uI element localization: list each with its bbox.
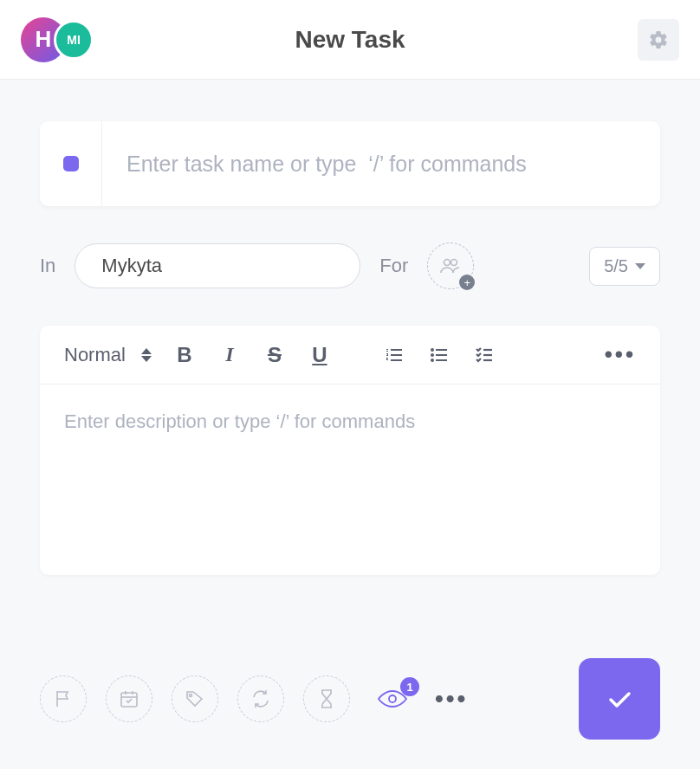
user-avatar[interactable]: MI — [54, 20, 94, 60]
description-editor: Normal B I S U ••• Enter description or … — [40, 326, 660, 575]
svg-point-16 — [389, 695, 396, 702]
tag-icon — [185, 688, 205, 709]
svg-rect-11 — [121, 693, 137, 707]
header: H MI New Task — [0, 0, 700, 80]
editor-toolbar: Normal B I S U ••• — [40, 326, 660, 384]
time-estimate-button[interactable] — [303, 675, 350, 722]
gear-icon — [648, 29, 669, 50]
in-label: In — [40, 255, 55, 277]
italic-button[interactable]: I — [217, 343, 242, 366]
calendar-icon — [119, 688, 139, 709]
description-input[interactable]: Enter description or type ‘/’ for comman… — [40, 384, 660, 575]
svg-point-4 — [431, 359, 434, 362]
ordered-list-button[interactable] — [384, 345, 408, 365]
svg-point-3 — [431, 353, 434, 357]
page-title: New Task — [295, 26, 405, 54]
svg-rect-6 — [436, 354, 447, 356]
bold-button[interactable]: B — [172, 343, 197, 367]
ordered-list-icon — [384, 345, 405, 365]
bottom-action-bar: 1 ••• — [40, 658, 660, 740]
check-icon — [602, 682, 637, 716]
sort-arrows-icon — [141, 348, 152, 362]
recurring-button[interactable] — [237, 675, 284, 722]
toolbar-more-button[interactable]: ••• — [605, 341, 636, 368]
bullet-list-button[interactable] — [429, 345, 453, 365]
plus-icon: + — [459, 275, 475, 290]
watchers-count-badge: 1 — [400, 677, 419, 696]
status-selector[interactable] — [40, 121, 102, 206]
caret-down-icon — [635, 263, 645, 269]
meta-row: In Mykyta For + 5/5 — [40, 242, 660, 289]
svg-rect-5 — [436, 349, 447, 351]
svg-point-0 — [444, 260, 450, 266]
content-area: In Mykyta For + 5/5 Normal B I S U — [0, 80, 700, 575]
svg-point-2 — [431, 348, 434, 352]
checklist-icon — [474, 345, 495, 365]
tags-button[interactable] — [172, 675, 218, 722]
task-name-card — [40, 121, 660, 206]
for-label: For — [379, 255, 408, 277]
settings-button[interactable] — [638, 19, 679, 61]
svg-rect-7 — [436, 359, 447, 361]
svg-point-1 — [451, 260, 457, 266]
underline-button[interactable]: U — [308, 343, 332, 367]
assignee-add-button[interactable]: + — [427, 242, 474, 289]
create-task-button[interactable] — [579, 658, 660, 740]
assignee-avatars: H MI — [21, 17, 94, 62]
more-actions-button[interactable]: ••• — [435, 685, 468, 713]
strike-button[interactable]: S — [262, 343, 287, 367]
priority-select[interactable]: 5/5 — [589, 247, 660, 286]
flag-icon — [53, 688, 74, 709]
priority-flag-button[interactable] — [40, 675, 87, 722]
due-date-button[interactable] — [106, 675, 152, 722]
list-select[interactable]: Mykyta — [75, 243, 360, 288]
task-name-input[interactable] — [102, 121, 660, 206]
priority-label: 5/5 — [604, 256, 628, 276]
recurring-icon — [250, 688, 271, 709]
people-icon — [439, 257, 462, 275]
svg-point-15 — [190, 695, 192, 697]
format-label: Normal — [64, 344, 126, 366]
format-select[interactable]: Normal — [64, 344, 152, 366]
status-square-icon — [63, 156, 79, 171]
checklist-button[interactable] — [474, 345, 498, 365]
watchers-button[interactable]: 1 — [369, 675, 416, 722]
hourglass-icon — [318, 688, 335, 709]
bullet-list-icon — [429, 345, 450, 365]
